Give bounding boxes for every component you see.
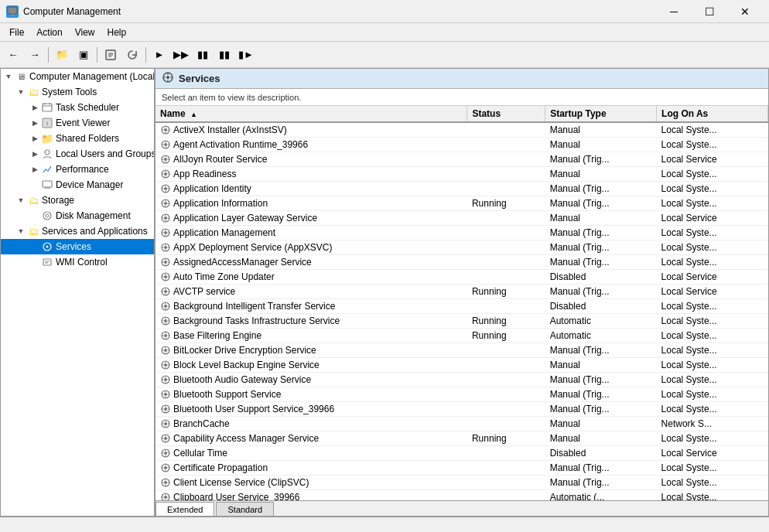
tree-services[interactable]: Services (1, 239, 154, 254)
table-row[interactable]: Certificate PropagationManual (Trig...Lo… (156, 461, 768, 476)
col-header-startup[interactable]: Startup Type (545, 106, 657, 122)
menu-view[interactable]: View (69, 26, 101, 39)
table-row[interactable]: Cellular TimeDisabledLocal Service (156, 446, 768, 461)
system-tools-expander: ▼ (15, 86, 27, 98)
service-name-cell: Agent Activation Runtime_39966 (156, 138, 467, 152)
service-status-cell (467, 402, 545, 417)
tree-storage[interactable]: ▼ 🗂 Storage (1, 193, 154, 208)
service-name-cell: BitLocker Drive Encryption Service (156, 343, 467, 358)
tree-shared-folders[interactable]: ▶ 📁 Shared Folders (1, 131, 154, 146)
service-status-cell (467, 343, 545, 358)
service-status-cell (467, 167, 545, 182)
table-row[interactable]: Application ManagementManual (Trig...Loc… (156, 226, 768, 240)
wmi-icon (41, 256, 53, 268)
tree-device-manager[interactable]: Device Manager (1, 177, 154, 193)
svg-text:i: i (46, 120, 48, 127)
table-row[interactable]: ActiveX Installer (AxInstSV)ManualLocal … (156, 122, 768, 138)
table-row[interactable]: Capability Access Manager ServiceRunning… (156, 431, 768, 446)
table-row[interactable]: Application IdentityManual (Trig...Local… (156, 182, 768, 196)
tree-task-scheduler[interactable]: ▶ Task Scheduler (1, 100, 154, 115)
up-button[interactable]: 📁 (52, 45, 72, 65)
menu-help[interactable]: Help (101, 26, 133, 39)
table-row[interactable]: Background Intelligent Transfer ServiceD… (156, 299, 768, 314)
service-name-cell: AVCTP service (156, 285, 467, 299)
col-header-logon[interactable]: Log On As (657, 106, 768, 122)
svg-point-17 (46, 214, 49, 217)
table-row[interactable]: Agent Activation Runtime_39966ManualLoca… (156, 138, 768, 152)
services-table-container[interactable]: Name ▲ Status Startup Type Log On As (156, 106, 768, 500)
table-row[interactable]: Background Tasks Infrastructure ServiceR… (156, 314, 768, 329)
back-button[interactable]: ← (3, 45, 23, 65)
toolbar-separator-1 (48, 47, 49, 63)
play-next-button[interactable]: ▶▶ (171, 45, 191, 65)
service-name-cell: Cellular Time (156, 446, 467, 461)
tree-event-viewer[interactable]: ▶ i Event Viewer (1, 115, 154, 131)
minimize-button[interactable]: ─ (656, 0, 692, 23)
svg-point-180 (164, 496, 167, 499)
disk-management-expander (29, 210, 41, 222)
table-row[interactable]: AssignedAccessManager ServiceManual (Tri… (156, 255, 768, 270)
table-row[interactable]: Application InformationRunningManual (Tr… (156, 196, 768, 211)
table-row[interactable]: Auto Time Zone UpdaterDisabledLocal Serv… (156, 270, 768, 285)
service-logon-cell: Local Syste... (657, 299, 768, 314)
pause-button[interactable]: ▮▮ (214, 45, 234, 65)
service-name-cell: App Readiness (156, 167, 467, 182)
properties-button[interactable] (101, 45, 121, 65)
table-row[interactable]: Bluetooth Audio Gateway ServiceManual (T… (156, 373, 768, 387)
svg-point-48 (164, 172, 167, 176)
table-row[interactable]: Clipboard User Service_39966Automatic (.… (156, 490, 768, 501)
local-users-label: Local Users and Groups (56, 148, 156, 159)
restart-button[interactable]: ▮► (236, 45, 256, 65)
tab-standard[interactable]: Standard (216, 502, 274, 516)
play-button[interactable]: ► (149, 45, 169, 65)
tab-extended[interactable]: Extended (156, 502, 214, 516)
service-startup-cell: Manual (Trig... (545, 285, 657, 299)
menu-file[interactable]: File (3, 26, 30, 39)
tree-system-tools[interactable]: ▼ 🗂 System Tools (1, 84, 154, 100)
forward-button[interactable]: → (25, 45, 45, 65)
service-status-cell (467, 226, 545, 240)
service-startup-cell: Automatic (545, 314, 657, 329)
svg-point-72 (164, 231, 167, 234)
service-logon-cell: Local Syste... (657, 196, 768, 211)
service-name-cell: Application Information (156, 196, 467, 211)
service-name-cell: Clipboard User Service_39966 (156, 490, 467, 501)
col-header-status[interactable]: Status (467, 106, 545, 122)
task-scheduler-icon (41, 101, 53, 114)
table-row[interactable]: App ReadinessManualLocal Syste... (156, 167, 768, 182)
table-row[interactable]: AppX Deployment Service (AppXSVC)Manual … (156, 240, 768, 255)
maximize-button[interactable]: ☐ (692, 0, 727, 23)
shared-folders-expander: ▶ (29, 132, 41, 145)
table-row[interactable]: Base Filtering EngineRunningAutomaticLoc… (156, 329, 768, 343)
table-row[interactable]: AllJoyn Router ServiceManual (Trig...Loc… (156, 152, 768, 167)
table-row[interactable]: BranchCacheManualNetwork S... (156, 417, 768, 431)
tree-root[interactable]: ▼ 🖥 Computer Management (Local (1, 69, 154, 84)
table-row[interactable]: BitLocker Drive Encryption ServiceManual… (156, 343, 768, 358)
close-button[interactable]: ✕ (727, 0, 763, 23)
service-name-cell: Background Intelligent Transfer Service (156, 299, 467, 314)
service-startup-cell: Disabled (545, 270, 657, 285)
table-row[interactable]: Application Layer Gateway ServiceManualL… (156, 211, 768, 226)
tree-disk-management[interactable]: Disk Management (1, 208, 154, 223)
description-text: Select an item to view its description. (162, 93, 301, 102)
show-hide-button[interactable]: ▣ (73, 45, 94, 65)
title-bar: Computer Management ─ ☐ ✕ (0, 0, 769, 23)
col-header-name[interactable]: Name ▲ (156, 106, 467, 122)
tree-wmi-control[interactable]: WMI Control (1, 254, 154, 270)
table-row[interactable]: Block Level Backup Engine ServiceManualL… (156, 358, 768, 373)
stop-button[interactable]: ▮▮ (193, 45, 213, 65)
table-row[interactable]: Bluetooth User Support Service_39966Manu… (156, 402, 768, 417)
service-logon-cell: Local Syste... (657, 461, 768, 476)
table-row[interactable]: AVCTP serviceRunningManual (Trig...Local… (156, 285, 768, 299)
table-row[interactable]: Bluetooth Support ServiceManual (Trig...… (156, 387, 768, 402)
service-startup-cell: Manual (Trig... (545, 240, 657, 255)
refresh-button[interactable] (122, 45, 142, 65)
table-row[interactable]: Client License Service (ClipSVC)Manual (… (156, 476, 768, 490)
shared-folders-icon: 📁 (41, 132, 53, 145)
service-name-cell: Background Tasks Infrastructure Service (156, 314, 467, 329)
tree-local-users[interactable]: ▶ Local Users and Groups (1, 146, 154, 162)
tree-performance[interactable]: ▶ Performance (1, 162, 154, 177)
service-status-cell (467, 490, 545, 501)
menu-action[interactable]: Action (30, 26, 68, 39)
tree-services-apps[interactable]: ▼ 🗂 Services and Applications (1, 223, 154, 239)
